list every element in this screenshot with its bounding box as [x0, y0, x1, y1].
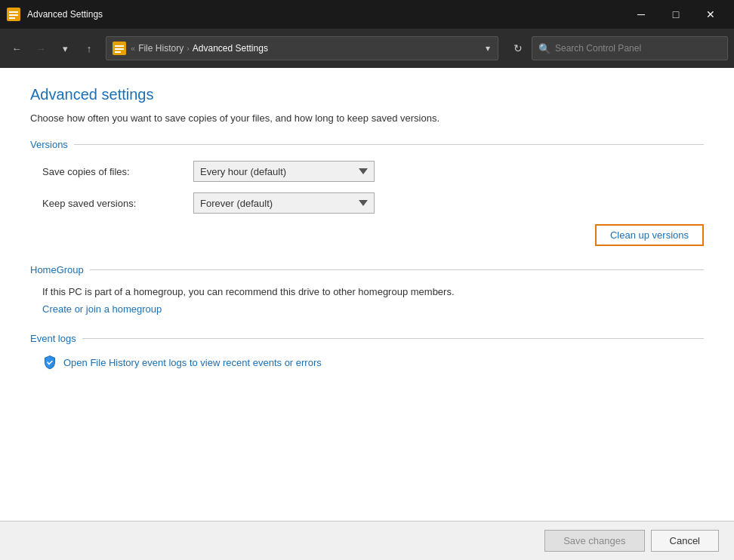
- keep-versions-label: Keep saved versions:: [42, 198, 193, 209]
- save-copies-select[interactable]: Every 10 minutes Every 15 minutes Every …: [193, 161, 375, 182]
- event-logs-section-header: Event logs: [30, 333, 704, 344]
- up-button[interactable]: ↑: [79, 38, 100, 59]
- homegroup-divider: [90, 269, 704, 270]
- save-copies-row: Save copies of files: Every 10 minutes E…: [30, 161, 704, 182]
- address-dropdown-button[interactable]: ▾: [484, 42, 492, 55]
- app-icon: [6, 7, 21, 22]
- keep-versions-select[interactable]: Until space is needed 1 month 3 months 6…: [193, 192, 375, 214]
- open-event-logs-link[interactable]: Open File History event logs to view rec…: [63, 357, 322, 368]
- svg-rect-2: [9, 14, 18, 16]
- event-log-row: Open File History event logs to view rec…: [30, 355, 704, 370]
- cleanup-button[interactable]: Clean up versions: [595, 224, 704, 246]
- svg-rect-5: [115, 45, 124, 47]
- breadcrumb-current: Advanced Settings: [193, 43, 268, 54]
- page-title: Advanced settings: [30, 86, 704, 103]
- homegroup-text: If this PC is part of a homegroup, you c…: [30, 286, 704, 297]
- save-copies-label: Save copies of files:: [42, 166, 193, 177]
- address-bar[interactable]: « File History › Advanced Settings ▾: [106, 36, 498, 60]
- event-logs-section: Event logs Open File History event logs …: [30, 333, 704, 370]
- breadcrumb: « File History › Advanced Settings ▾: [113, 42, 492, 55]
- search-icon: 🔍: [538, 43, 550, 54]
- versions-section: Versions Save copies of files: Every 10 …: [30, 139, 704, 246]
- svg-rect-3: [9, 17, 15, 19]
- page-subtitle: Choose how often you want to save copies…: [30, 112, 704, 124]
- breadcrumb-part-1: File History: [138, 43, 184, 54]
- homegroup-section-header: HomeGroup: [30, 264, 704, 275]
- minimize-button[interactable]: ─: [624, 0, 658, 29]
- cancel-button[interactable]: Cancel: [651, 530, 719, 552]
- forward-button[interactable]: →: [30, 38, 51, 59]
- versions-divider: [74, 144, 704, 145]
- title-bar: Advanced Settings ─ □ ✕: [0, 0, 734, 29]
- homegroup-label: HomeGroup: [30, 264, 84, 275]
- homegroup-link-container: Create or join a homegroup: [30, 303, 704, 315]
- svg-rect-1: [9, 11, 18, 13]
- refresh-button[interactable]: ↻: [507, 38, 529, 59]
- event-logs-divider: [82, 338, 704, 339]
- shield-icon: [42, 355, 57, 370]
- svg-rect-6: [115, 48, 124, 50]
- recent-locations-button[interactable]: ▾: [54, 38, 76, 59]
- back-button[interactable]: ←: [6, 38, 27, 59]
- bottom-bar: Save changes Cancel: [0, 521, 734, 560]
- content-area: Advanced settings Choose how often you w…: [0, 68, 734, 521]
- nav-bar: ← → ▾ ↑ « File History › Advanced Settin…: [0, 29, 734, 68]
- window-title: Advanced Settings: [27, 9, 624, 20]
- maximize-button[interactable]: □: [658, 0, 693, 29]
- versions-section-header: Versions: [30, 139, 704, 150]
- event-logs-label: Event logs: [30, 333, 76, 344]
- versions-label: Versions: [30, 139, 68, 150]
- breadcrumb-sep: ›: [187, 44, 190, 53]
- search-box[interactable]: 🔍: [532, 36, 728, 60]
- save-changes-button[interactable]: Save changes: [544, 530, 644, 552]
- search-input[interactable]: [555, 43, 721, 54]
- svg-rect-7: [115, 51, 121, 53]
- cleanup-row: Clean up versions: [30, 224, 704, 246]
- keep-versions-row: Keep saved versions: Until space is need…: [30, 192, 704, 214]
- close-button[interactable]: ✕: [693, 0, 728, 29]
- homegroup-section: HomeGroup If this PC is part of a homegr…: [30, 264, 704, 315]
- create-homegroup-link[interactable]: Create or join a homegroup: [42, 303, 162, 315]
- window-controls: ─ □ ✕: [624, 0, 728, 29]
